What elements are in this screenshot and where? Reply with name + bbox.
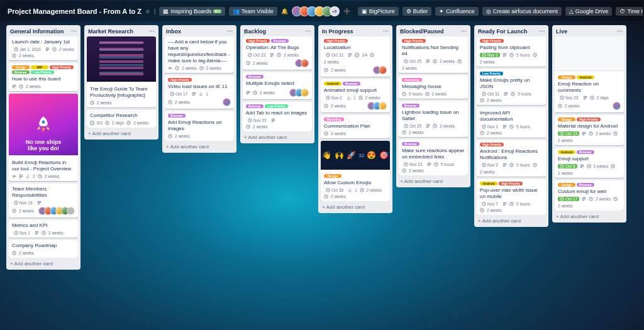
powerup-airfocus[interactable]: ◎Create airfocus document [482,7,562,16]
card[interactable]: Competitor Research 0/22 days2 weeks [87,110,156,128]
label-wip[interactable]: WIP [31,65,48,69]
card-members[interactable] [613,102,621,110]
label-android[interactable]: Android [577,75,594,79]
add-card-button[interactable]: + Add another card [6,258,80,270]
powerup-butler[interactable]: ⚙Butler [402,7,432,16]
card[interactable]: DesignAndroid Emoji Reaction on comments… [555,36,624,113]
label-browser[interactable]: Browser [577,150,594,154]
card-members[interactable] [223,98,231,106]
board-canvas[interactable]: General Information⋯ Launch date : Janua… [1,21,643,329]
add-card-button[interactable]: + Add another card [474,215,548,227]
list-header[interactable]: Backlog⋯ [240,25,314,36]
list-title[interactable]: Ready For Launch [478,28,528,35]
avatar-overflow[interactable]: +3 [330,6,340,16]
card[interactable]: Improved API documentation Nov 25 hours … [477,107,546,138]
add-card-button[interactable]: + Add another card [84,128,158,140]
list-menu-icon[interactable]: ⋯ [539,28,545,35]
list-menu-icon[interactable]: ⋯ [461,28,467,35]
list-title[interactable]: General Information [10,28,64,35]
card[interactable]: High Priority Localization Oct 311/42 we… [321,36,390,77]
powerup-bigpicture[interactable]: ▣BigPicture [358,7,399,16]
board-title[interactable]: Project Management Board - From A to Z [8,8,142,15]
invite-icon[interactable]: ➕ [343,8,350,15]
list-title[interactable]: Blocked/Paused [400,28,444,35]
bell-icon[interactable]: 🔔 [281,8,288,15]
card-members[interactable] [295,59,309,67]
card[interactable]: AndroidBrowser Emoji support Oct 82 week… [555,148,624,178]
add-card-button[interactable]: + Add another card [162,141,236,153]
card[interactable]: High Priority Android : Emoji Reactions … [477,140,546,177]
label-browser[interactable]: Browser [168,114,186,118]
list-header[interactable]: Market Research⋯ [84,25,158,36]
label-low-priority[interactable]: Low Priority [480,72,503,75]
card[interactable]: Browser Add Emoji Reactions on images 2 … [165,111,234,141]
card[interactable]: Low Priority Make Emojis pretty on JSON … [477,69,546,105]
visibility-button[interactable]: 👥 Team Visible [229,7,277,16]
label-high-priority[interactable]: High Priority [499,182,523,185]
card[interactable]: Browser Lightbox loading issue on Safari… [399,101,468,137]
label-browser[interactable]: Browser [246,104,264,108]
add-card-button[interactable]: + Add another card [240,131,314,143]
card[interactable]: The Emoji Guide To Team Productivity [In… [87,36,156,107]
list-header[interactable]: Blocked/Paused⋯ [396,25,470,36]
powerup-gdrive[interactable]: △Google Drive [565,7,613,16]
powerup-confluence[interactable]: ✦Confluence [435,7,479,16]
label-low-priority[interactable]: Low Priority [265,104,288,108]
label-design[interactable]: Design [12,65,30,69]
label-high-priority[interactable]: High Priority [324,39,348,43]
card[interactable]: High PriorityBrowser Operation: All The … [243,36,312,70]
label-marketing[interactable]: Marketing [324,118,344,121]
card[interactable]: 👋🙌🚀32😍🎯 Design Allow Custom Emojis Oct 3… [321,141,390,201]
label-high-priority[interactable]: High Priority [577,118,601,121]
label-browser[interactable]: Browser [343,82,360,85]
list-menu-icon[interactable]: ⋯ [617,28,623,35]
list-title[interactable]: Backlog [244,28,266,35]
label-android[interactable]: Android [480,182,497,185]
label-design[interactable]: Design [558,118,575,121]
label-browser[interactable]: Browser [402,142,419,146]
list-title[interactable]: Market Research [88,28,133,35]
card[interactable]: Metrics and KPI Nov 12 weeks [9,220,78,238]
star-icon[interactable]: ☆ [145,8,150,15]
list-header[interactable]: Inbox⋯ [162,25,236,36]
label-high-priority[interactable]: High Priority [168,78,192,82]
label-low-priority[interactable]: Low Priority [31,70,54,74]
workspace-button[interactable]: ▦ Inspiring Boards BC [159,7,225,16]
card[interactable]: Browser Multiple Emojis select 2 weeks [243,72,312,99]
label-browser[interactable]: Browser [246,75,264,79]
label-browser[interactable]: Browser [12,70,30,74]
list-menu-icon[interactable]: ⋯ [383,28,389,35]
list-title[interactable]: Inbox [166,28,181,35]
list-header[interactable]: Live⋯ [552,25,626,36]
add-card-button[interactable]: + Add another card [552,211,626,223]
add-card-button[interactable]: + Add another card [396,175,470,187]
card[interactable]: High Priority Pasting from clipboard Nov… [477,36,546,67]
list-menu-icon[interactable]: ⋯ [71,28,77,35]
card[interactable]: Browser Make sure reactions appear on em… [399,140,468,175]
card[interactable]: ----Add a card below if you have any req… [165,36,234,73]
list-title[interactable]: Live [556,28,567,35]
list-menu-icon[interactable]: ⋯ [305,28,311,35]
label-high-priority[interactable]: High Priority [246,39,270,43]
card[interactable]: AndroidHigh Priority Pop-over max width … [477,179,546,215]
card[interactable]: Team Members Responsibilities Nov 19 2 w… [9,184,78,217]
board-members[interactable]: +3 [292,6,340,16]
label-browser[interactable]: Browser [271,39,289,43]
label-android[interactable]: Android [324,82,341,85]
card[interactable]: AndroidBrowser Animated emoji support No… [321,79,390,113]
label-browser[interactable]: Browser [577,183,594,187]
label-android[interactable]: Android [558,150,575,154]
label-design[interactable]: Design [558,75,575,79]
card[interactable]: Company Roadmap 2 weeks [9,240,78,258]
label-high-priority[interactable]: High Priority [402,39,426,43]
label-design[interactable]: Design [324,174,341,178]
card-members[interactable] [38,207,75,215]
card[interactable]: BrowserLow Priority Add Tab to react on … [243,102,312,131]
label-high-priority[interactable]: High Priority [480,143,504,146]
card[interactable]: Launch date : January 1st Jan 1, 2018 2 … [9,36,78,60]
label-high-priority[interactable]: High Priority [50,65,74,69]
card[interactable]: DesignBrowser Custom emoji for web Oct 1… [555,180,624,211]
list-title[interactable]: In Progress [322,28,353,35]
list-header[interactable]: General Information⋯ [6,25,80,36]
list-menu-icon[interactable]: ⋯ [227,28,233,35]
